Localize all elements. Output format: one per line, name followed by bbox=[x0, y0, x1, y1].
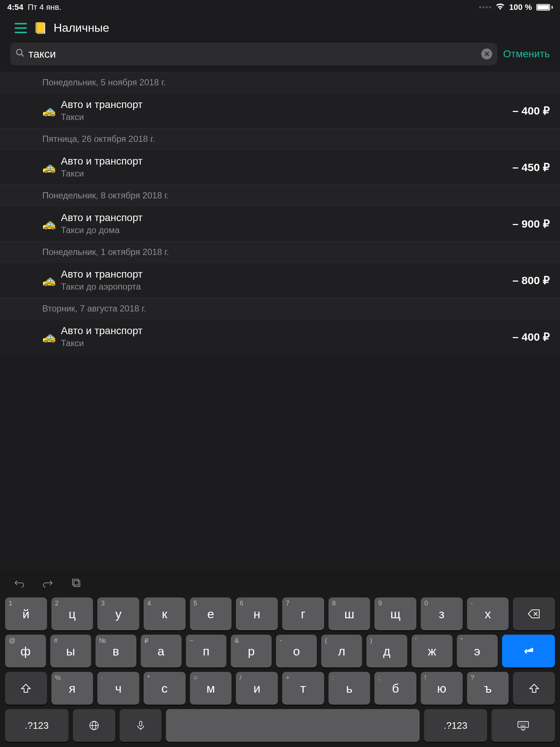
svg-rect-9 bbox=[139, 721, 142, 726]
transaction-note: Такси bbox=[61, 338, 513, 348]
key-г[interactable]: 7г bbox=[282, 597, 324, 630]
key-ь[interactable]: :ь bbox=[328, 672, 370, 705]
key-и[interactable]: /и bbox=[236, 672, 278, 705]
svg-rect-10 bbox=[518, 721, 529, 727]
transaction-amount: – 400 ₽ bbox=[513, 330, 550, 343]
svg-point-0 bbox=[16, 49, 22, 55]
transaction-note: Такси bbox=[61, 169, 513, 179]
space-key[interactable] bbox=[166, 709, 419, 742]
numbers-key[interactable]: .?123 bbox=[5, 709, 69, 742]
keyboard-toolbar bbox=[0, 570, 560, 595]
transaction-amount: – 900 ₽ bbox=[513, 217, 550, 230]
svg-rect-3 bbox=[73, 579, 78, 585]
transaction-note: Такси до дома bbox=[61, 225, 513, 235]
clipboard-button[interactable] bbox=[70, 577, 85, 589]
key-я[interactable]: %я bbox=[51, 672, 93, 705]
keyboard: 1й2ц3у4к5е6н7г8ш9щ0з-х @ф#ы№в₽а~п&р-о(л)… bbox=[0, 570, 560, 747]
shift-key[interactable] bbox=[513, 672, 555, 705]
wifi-icon bbox=[495, 3, 505, 12]
key-е[interactable]: 5е bbox=[190, 597, 232, 630]
key-ж[interactable]: 'ж bbox=[412, 635, 452, 667]
taxi-icon: 🚕 bbox=[42, 161, 56, 174]
transaction-note: Такси bbox=[61, 112, 513, 122]
hide-keyboard-key[interactable] bbox=[491, 709, 555, 742]
transaction-row[interactable]: 🚕Авто и транспортТакси– 450 ₽ bbox=[0, 150, 560, 185]
key-о[interactable]: -о bbox=[276, 635, 317, 667]
enter-key[interactable] bbox=[502, 635, 555, 667]
backspace-key[interactable] bbox=[513, 597, 555, 630]
key-ф[interactable]: @ф bbox=[5, 635, 46, 667]
mic-key[interactable] bbox=[120, 709, 162, 742]
transaction-row[interactable]: 🚕Авто и транспортТакси– 400 ₽ bbox=[0, 319, 560, 355]
transaction-note: Такси до аэропорта bbox=[61, 282, 513, 292]
transaction-amount: – 800 ₽ bbox=[513, 274, 550, 287]
key-й[interactable]: 1й bbox=[5, 597, 47, 630]
key-н[interactable]: 6н bbox=[236, 597, 278, 630]
undo-button[interactable] bbox=[12, 577, 26, 589]
date-header: Понедельник, 5 ноября 2018 г. bbox=[0, 72, 560, 93]
app-header: 📒 Наличные bbox=[0, 15, 560, 43]
key-х[interactable]: -х bbox=[467, 597, 509, 630]
status-time: 4:54 bbox=[7, 3, 23, 12]
numbers-key[interactable]: .?123 bbox=[424, 709, 487, 742]
transaction-row[interactable]: 🚕Авто и транспортТакси до аэропорта– 800… bbox=[0, 263, 560, 298]
redo-button[interactable] bbox=[41, 577, 55, 589]
transaction-category: Авто и транспорт bbox=[61, 268, 513, 280]
clear-search-button[interactable]: ✕ bbox=[481, 49, 492, 59]
key-д[interactable]: )д bbox=[366, 635, 407, 667]
transaction-category: Авто и транспорт bbox=[61, 155, 513, 167]
key-ч[interactable]: ·ч bbox=[97, 672, 139, 705]
key-т[interactable]: +т bbox=[282, 672, 324, 705]
key-п[interactable]: ~п bbox=[186, 635, 227, 667]
transaction-amount: – 450 ₽ bbox=[513, 161, 550, 174]
key-ю[interactable]: !ю bbox=[421, 672, 463, 705]
search-icon bbox=[15, 48, 25, 60]
transaction-row[interactable]: 🚕Авто и транспортТакси до дома– 900 ₽ bbox=[0, 206, 560, 241]
transaction-category: Авто и транспорт bbox=[61, 325, 513, 337]
transaction-row[interactable]: 🚕Авто и транспортТакси– 400 ₽ bbox=[0, 93, 560, 128]
transaction-list: Понедельник, 5 ноября 2018 г.🚕Авто и тра… bbox=[0, 72, 560, 355]
key-с[interactable]: *с bbox=[144, 672, 186, 705]
globe-key[interactable] bbox=[73, 709, 115, 742]
svg-line-1 bbox=[21, 54, 24, 57]
battery-percent: 100 % bbox=[509, 3, 532, 12]
key-ц[interactable]: 2ц bbox=[51, 597, 93, 630]
key-к[interactable]: 4к bbox=[144, 597, 186, 630]
svg-rect-2 bbox=[74, 581, 80, 587]
taxi-icon: 🚕 bbox=[42, 217, 56, 230]
date-header: Пятница, 26 октября 2018 г. bbox=[0, 128, 560, 150]
date-header: Вторник, 7 августа 2018 г. bbox=[0, 298, 560, 319]
page-title: Наличные bbox=[54, 21, 109, 35]
battery-icon bbox=[536, 4, 553, 11]
key-з[interactable]: 0з bbox=[421, 597, 463, 630]
key-э[interactable]: "э bbox=[457, 635, 498, 667]
key-р[interactable]: &р bbox=[231, 635, 272, 667]
search-box[interactable]: ✕ bbox=[10, 43, 497, 65]
date-header: Понедельник, 8 октября 2018 г. bbox=[0, 185, 560, 206]
key-щ[interactable]: 9щ bbox=[374, 597, 416, 630]
status-bar: 4:54 Пт 4 янв. 100 % bbox=[0, 0, 560, 15]
key-ы[interactable]: #ы bbox=[50, 635, 91, 667]
taxi-icon: 🚕 bbox=[42, 104, 56, 117]
transaction-amount: – 400 ₽ bbox=[513, 104, 550, 117]
key-м[interactable]: =м bbox=[190, 672, 232, 705]
key-ъ[interactable]: ?ъ bbox=[467, 672, 509, 705]
key-л[interactable]: (л bbox=[321, 635, 362, 667]
key-у[interactable]: 3у bbox=[97, 597, 139, 630]
key-ш[interactable]: 8ш bbox=[328, 597, 370, 630]
key-а[interactable]: ₽а bbox=[141, 635, 182, 667]
search-input[interactable] bbox=[28, 48, 481, 60]
transaction-category: Авто и транспорт bbox=[61, 212, 513, 224]
status-date: Пт 4 янв. bbox=[28, 3, 61, 12]
key-в[interactable]: №в bbox=[96, 635, 136, 667]
menu-button[interactable] bbox=[15, 23, 27, 33]
wallet-icon: 📒 bbox=[34, 22, 47, 34]
taxi-icon: 🚕 bbox=[42, 330, 56, 343]
key-б[interactable]: ;б bbox=[374, 672, 416, 705]
cellular-dots-icon bbox=[479, 6, 491, 8]
transaction-category: Авто и транспорт bbox=[61, 99, 513, 111]
shift-key[interactable] bbox=[5, 672, 47, 705]
cancel-button[interactable]: Отменить bbox=[503, 48, 550, 60]
taxi-icon: 🚕 bbox=[42, 274, 56, 287]
search-row: ✕ Отменить bbox=[0, 43, 560, 72]
